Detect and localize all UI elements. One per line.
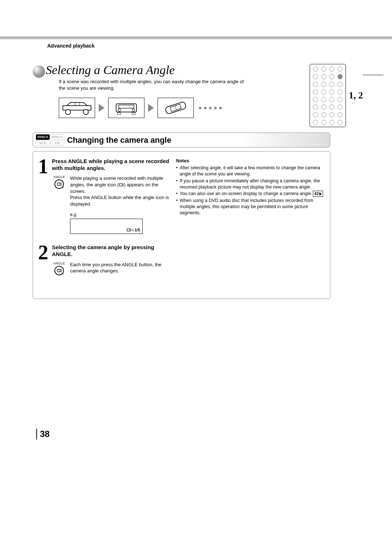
badge-dvda: DVD-A (50, 134, 64, 139)
breadcrumb: Advanced playback (47, 43, 363, 49)
svg-rect-15 (119, 184, 122, 186)
page-ref-box: 42 (313, 191, 323, 197)
svg-rect-16 (127, 229, 130, 231)
page-title: Selecting a Camera Angle (46, 63, 244, 77)
svg-rect-6 (119, 105, 134, 108)
svg-rect-17 (57, 269, 60, 272)
car-front-view (108, 98, 144, 118)
car-side-view (59, 98, 95, 118)
angle-button-label: ANGLE (53, 175, 65, 179)
badge-cd: CD (50, 141, 64, 146)
ellipsis-icon (199, 107, 222, 109)
svg-point-1 (65, 109, 70, 114)
angle-button-icon: ANGLE 1 (52, 262, 66, 275)
section-title: Changing the camera angle (67, 135, 171, 145)
example-label: e.g. (70, 212, 171, 217)
remote-highlighted-button (338, 74, 343, 79)
step-2: 2 Selecting the camera angle by pressing… (38, 244, 171, 275)
osd-angle-count: 1/5 (135, 228, 140, 232)
step-2-body: Each time you press the ANGLE button, th… (70, 262, 171, 275)
svg-rect-10 (132, 113, 135, 114)
notes-list: After selecting angle, it will take a fe… (176, 165, 325, 216)
instruction-box: 1 Press ANGLE while playing a scene reco… (33, 151, 330, 299)
svg-rect-9 (117, 113, 121, 114)
osd-example: 1 1/5 (70, 219, 143, 234)
badge-dvdv: DVD-V (36, 134, 50, 139)
section-header: DVD-V DVD-A VCD CD Changing the camera a… (33, 133, 330, 147)
step-number-2: 2 (38, 244, 50, 275)
badge-vcd: VCD (36, 141, 50, 146)
page-number: 38 (36, 429, 50, 439)
title-bullet-icon (33, 65, 45, 78)
remote-step-label: 1, 2 (349, 90, 363, 101)
note-item: After selecting angle, it will take a fe… (176, 165, 325, 177)
notes-heading: Notes (176, 158, 325, 163)
intro-text: If a scene was recorded with multiple an… (59, 78, 244, 91)
svg-point-7 (118, 109, 121, 112)
disc-type-badges: DVD-V DVD-A VCD CD (36, 134, 64, 146)
angle-illustration-row (59, 98, 244, 118)
remote-outline (310, 64, 346, 127)
step-1-body: While playing a scene recorded with mult… (70, 175, 171, 207)
note-item: You can also use an on-screen display to… (176, 191, 325, 197)
camera-icon (126, 228, 131, 232)
note-item: When using a DVD audio disc that include… (176, 198, 325, 216)
car-top-view (158, 98, 194, 118)
svg-point-2 (83, 109, 89, 114)
step-number-1: 1 (38, 158, 50, 234)
svg-point-8 (132, 109, 135, 112)
arrow-icon (148, 104, 154, 112)
step-1: 1 Press ANGLE while playing a scene reco… (38, 158, 171, 234)
note-item: If you pause a picture immediately after… (176, 178, 325, 190)
arrow-icon (99, 104, 105, 112)
svg-rect-14 (57, 183, 60, 186)
angle-button-label: ANGLE (53, 262, 65, 265)
step-2-heading: Selecting the camera angle by pressing A… (52, 244, 171, 258)
svg-line-13 (175, 106, 176, 110)
camera-icon (119, 182, 124, 187)
angle-button-icon: ANGLE 1 (52, 175, 66, 207)
step-1-heading: Press ANGLE while playing a scene record… (52, 158, 171, 172)
remote-diagram: 1, 2 (310, 64, 363, 127)
